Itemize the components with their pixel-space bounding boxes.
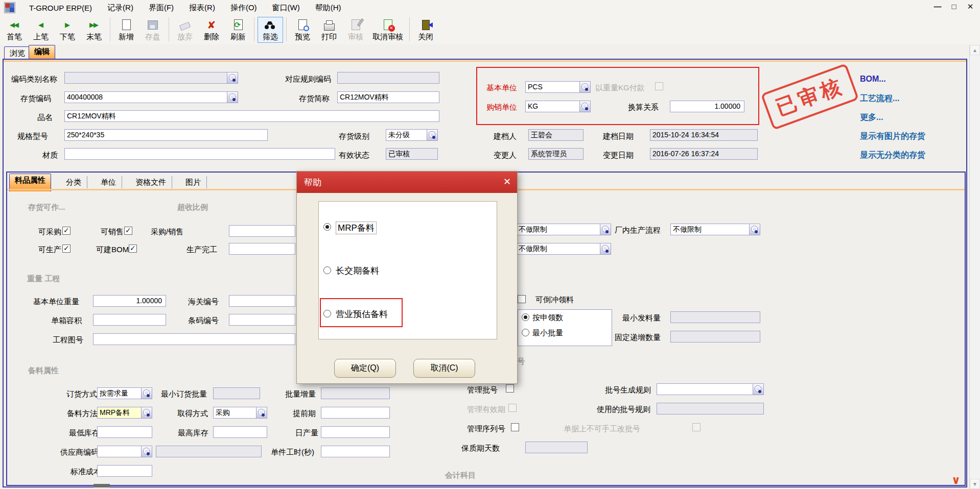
issue-by-request-radio[interactable] <box>522 313 529 321</box>
lookup-icon[interactable] <box>256 407 267 418</box>
menu-report[interactable]: 报表(R) <box>181 1 223 15</box>
filter-button[interactable]: 筛选 <box>258 17 283 43</box>
prev-record-button[interactable]: ◀上笔 <box>28 17 54 43</box>
print-button[interactable]: 打印 <box>316 17 342 43</box>
order-method-field[interactable]: 按需求量 <box>97 387 152 399</box>
item-code-field[interactable]: 400400008 <box>64 91 238 103</box>
lookup-icon[interactable] <box>749 224 760 235</box>
daily-output-field[interactable] <box>321 426 390 438</box>
preview-button[interactable]: 预览 <box>290 17 315 43</box>
supplier-code-field[interactable] <box>97 446 152 457</box>
menu-help[interactable]: 帮助(H) <box>308 1 349 15</box>
horizontal-scrollbar-thumb[interactable] <box>94 484 110 487</box>
new-button[interactable]: 新增 <box>113 17 139 43</box>
box-volume-field[interactable] <box>93 314 166 326</box>
link-bom[interactable]: BOM... <box>860 75 886 84</box>
menu-tgroup-erp[interactable]: T-GROUP ERP(E) <box>21 2 100 14</box>
menu-window[interactable]: 窗口(W) <box>265 1 308 15</box>
standard-cost-field[interactable] <box>97 465 152 477</box>
base-unit-field[interactable]: PCS <box>525 81 591 93</box>
max-stock-field[interactable] <box>213 426 267 438</box>
spec-field[interactable]: 250*240*35 <box>64 129 268 141</box>
scroll-down-icon[interactable]: ▼ <box>970 479 980 489</box>
manage-serial-checkbox[interactable] <box>511 423 519 431</box>
cancel-audit-button[interactable]: 取消审核 <box>369 17 406 43</box>
link-show-unclassified-items[interactable]: 显示无分类的存货 <box>860 150 925 161</box>
customs-code-field[interactable] <box>229 295 295 307</box>
dialog-ok-button[interactable]: 确定(Q) <box>334 359 396 378</box>
product-name-field[interactable]: CR12MOV精料 <box>64 110 439 122</box>
lookup-icon[interactable] <box>579 101 590 112</box>
bom-allowed-checkbox[interactable] <box>129 244 137 253</box>
long-leadtime-prep-label[interactable]: 长交期备料 <box>336 265 379 277</box>
delete-x-icon: ✘ <box>207 18 216 32</box>
close-button[interactable]: ✕ <box>966 2 975 11</box>
sellable-checkbox[interactable] <box>124 227 132 235</box>
lookup-icon[interactable] <box>600 224 611 235</box>
tab-images[interactable]: 图片 <box>180 176 207 188</box>
vertical-scrollbar[interactable]: ▲ ▼ <box>969 45 980 489</box>
refresh-button[interactable]: ⟳刷新 <box>225 17 251 43</box>
coding-category-field[interactable] <box>64 72 238 84</box>
inventory-level-field[interactable]: 未分级 <box>386 129 438 141</box>
lot-rule-field[interactable] <box>657 383 764 395</box>
barcode-field[interactable] <box>229 314 295 326</box>
link-show-items-with-image[interactable]: 显示有图片的存货 <box>860 131 925 142</box>
lookup-icon[interactable] <box>427 130 437 140</box>
item-short-name-field[interactable]: CR12MOV精料 <box>337 91 439 103</box>
rule-code-field[interactable] <box>337 72 439 84</box>
material-field[interactable] <box>64 148 335 160</box>
last-record-button[interactable]: ▶▶末笔 <box>81 17 107 43</box>
restriction-field-2[interactable]: 不做限制 <box>516 243 611 255</box>
lookup-icon[interactable] <box>141 407 152 418</box>
trade-unit-field[interactable]: KG <box>525 101 591 112</box>
mrp-prep-radio[interactable] <box>323 223 331 231</box>
factory-flow-field[interactable]: 不做限制 <box>670 224 760 235</box>
tab-qualification-files[interactable]: 资格文件 <box>130 176 172 188</box>
lookup-icon[interactable] <box>600 243 611 254</box>
lookup-icon[interactable] <box>579 82 590 92</box>
minimize-button[interactable]: — <box>933 2 942 11</box>
menu-operation[interactable]: 操作(O) <box>223 1 265 15</box>
min-stock-field[interactable] <box>97 426 152 438</box>
menu-record[interactable]: 记录(R) <box>100 1 141 15</box>
conversion-field[interactable]: 1.00000 <box>670 101 744 112</box>
producible-checkbox[interactable] <box>62 244 71 253</box>
lookup-icon[interactable] <box>227 72 238 83</box>
acquire-method-field[interactable]: 采购 <box>213 407 267 419</box>
dialog-close-icon[interactable]: ✕ <box>503 176 511 187</box>
lookup-icon[interactable] <box>141 446 152 457</box>
long-leadtime-prep-radio[interactable] <box>323 266 331 274</box>
issue-min-batch-radio[interactable] <box>522 329 529 336</box>
mrp-prep-label[interactable]: MRP备料 <box>336 222 377 234</box>
delete-button[interactable]: ✘删除 <box>199 17 224 43</box>
tab-classification[interactable]: 分类 <box>60 176 87 188</box>
drawing-no-field[interactable] <box>93 333 295 345</box>
maximize-button[interactable]: □ <box>949 2 959 11</box>
purchase-sales-ratio-field[interactable] <box>229 225 295 237</box>
menu-interface[interactable]: 界面(F) <box>141 1 181 15</box>
next-record-button[interactable]: ▶下笔 <box>55 17 80 43</box>
help-dialog-titlebar[interactable]: 帮助 <box>297 172 517 193</box>
prep-method-field[interactable]: MRP备料 <box>97 407 152 419</box>
restriction-field-1[interactable]: 不做限制 <box>516 224 611 235</box>
production-finish-ratio-field[interactable] <box>229 243 295 255</box>
purchasable-checkbox[interactable] <box>62 227 71 235</box>
base-unit-weight-field[interactable]: 1.00000 <box>93 295 166 307</box>
tab-units[interactable]: 单位 <box>95 176 122 188</box>
first-record-button[interactable]: ◀◀首笔 <box>2 17 27 43</box>
close-form-button[interactable]: 关闭 <box>413 17 438 43</box>
unit-work-seconds-field[interactable] <box>321 446 390 457</box>
manage-lot-checkbox[interactable] <box>506 384 514 393</box>
link-more[interactable]: 更多... <box>860 112 883 123</box>
dialog-cancel-button[interactable]: 取消(C) <box>413 359 475 378</box>
lookup-icon[interactable] <box>753 384 763 395</box>
lead-time-field[interactable] <box>321 407 390 419</box>
factory-flow-label: 厂内生产流程 <box>615 226 661 235</box>
backflush-checkbox[interactable] <box>518 295 526 303</box>
scroll-up-icon[interactable]: ▲ <box>970 45 980 55</box>
lookup-icon[interactable] <box>141 388 152 399</box>
more-content-below-icon[interactable]: ∨ <box>951 474 961 487</box>
lookup-icon[interactable] <box>227 92 238 103</box>
link-process-flow[interactable]: 工艺流程... <box>860 93 899 104</box>
